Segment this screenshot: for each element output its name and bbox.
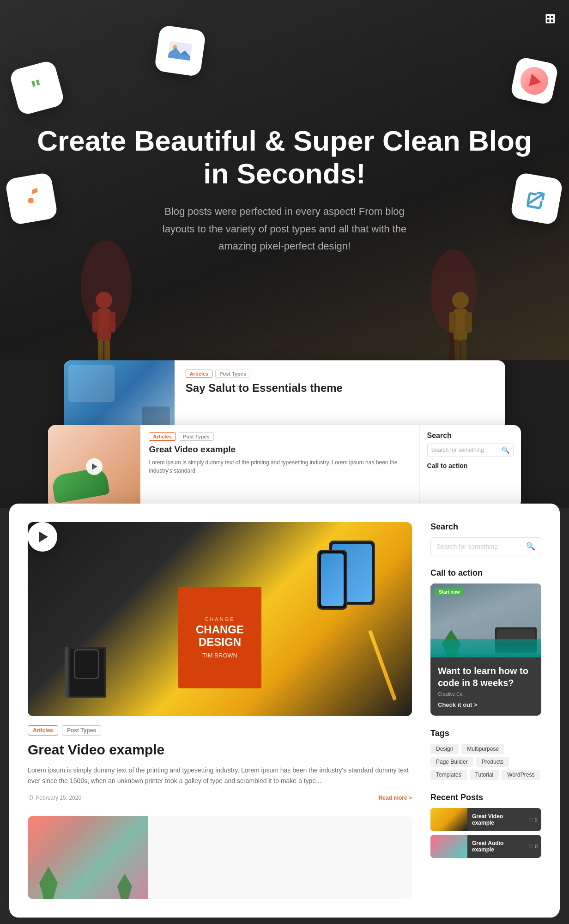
tag-products[interactable]: Products	[476, 757, 509, 767]
article-title: Great Video example	[28, 741, 412, 759]
phone-screen	[321, 553, 344, 606]
card-back-title: Say Salut to Essentials theme	[186, 382, 494, 395]
cta-widget: Start now Want to learn how to code in 8…	[430, 584, 541, 716]
hero-logo: ⊞	[545, 11, 555, 26]
sidebar-cta-title: Call to action	[430, 568, 541, 578]
phone-device	[317, 550, 347, 610]
mid-search-placeholder: Search for something	[431, 447, 502, 453]
recent-post-1-image	[430, 808, 467, 831]
svg-rect-7	[97, 309, 111, 341]
play-button[interactable]	[28, 522, 57, 552]
tag-design[interactable]: Design	[430, 744, 459, 754]
article-meta: ⏱ February 15, 2020 Read more >	[28, 794, 412, 801]
hero-subtitle: Blog posts were perfected in every aspec…	[155, 203, 414, 255]
card-mid-image	[48, 425, 140, 508]
cta-headline: Want to learn how to code in 8 weeks?	[438, 665, 534, 689]
main-layout: CHANGE CHANGE DESIGN TIM BROWN Articles …	[28, 522, 541, 899]
main-content: CHANGE CHANGE DESIGN TIM BROWN Articles …	[28, 522, 412, 899]
clock-icon: ⏱	[28, 794, 34, 801]
read-more-link[interactable]: Read more >	[379, 795, 412, 801]
heart-icon-1: ♡	[529, 817, 533, 823]
svg-rect-8	[92, 312, 99, 333]
sidebar: Search Search for something 🔍 Call to ac…	[430, 522, 541, 899]
sidebar-cta-section: Call to action Start now Wan	[430, 568, 541, 716]
recent-post-1-likes: ♡ 2	[529, 817, 541, 823]
tag-articles[interactable]: Articles	[28, 725, 58, 736]
mid-search-box: Search for something 🔍	[427, 444, 514, 456]
article-excerpt: Lorem ipsum is simply dummy text of the …	[28, 765, 412, 787]
sidebar-tags-title: Tags	[430, 729, 541, 738]
recent-post-2[interactable]: Great Audio example ♡ 0	[430, 835, 541, 858]
sidebar-search-title: Search	[430, 522, 541, 532]
book-title: CHANGE DESIGN	[186, 624, 254, 648]
hero-title: Create Beautiful & Super Clean Blog in S…	[37, 124, 532, 190]
svg-rect-14	[449, 312, 456, 333]
mid-search-label: Search	[427, 432, 514, 440]
cta-brand: Creative Co.	[438, 692, 534, 697]
svg-point-4	[430, 249, 477, 333]
tag-tutorial[interactable]: Tutorial	[470, 770, 499, 780]
tag-pagebuilder[interactable]: Page Builder	[430, 757, 473, 767]
preview-section: Articles Post Types Say Salut to Essenti…	[0, 360, 569, 508]
mid-search-icon: 🔍	[502, 446, 509, 454]
play-triangle	[39, 531, 48, 542]
recent-post-2-image	[430, 835, 467, 858]
article-date-text: February 15, 2020	[36, 795, 81, 801]
heart-icon-2: ♡	[529, 844, 533, 850]
cta-link[interactable]: Check it out >	[438, 701, 534, 708]
cta-start-now-badge: Start now	[435, 588, 464, 596]
tag-articles-back: Articles	[186, 370, 212, 378]
card-back-image	[64, 360, 175, 434]
tree-right	[421, 240, 486, 379]
tag-posttypes-mid: Post Types	[179, 432, 214, 441]
image-icon-card	[154, 25, 206, 77]
book-tag: CHANGE	[205, 616, 235, 622]
tag-posttypes-back: Post Types	[215, 370, 250, 378]
sidebar-recent-section: Recent Posts Great Video example ♡ 2 Gre…	[430, 793, 541, 858]
recent-post-2-like-count: 0	[535, 844, 538, 849]
recent-post-2-title: Great Audio example	[467, 840, 529, 853]
design-book: CHANGE CHANGE DESIGN TIM BROWN	[178, 587, 261, 688]
next-article-image	[28, 816, 148, 899]
sidebar-search-section: Search Search for something 🔍	[430, 522, 541, 555]
tags-cloud: Design Multipurpose Page Builder Product…	[430, 744, 541, 780]
book-subtitle: TIM BROWN	[202, 652, 237, 659]
svg-point-2	[81, 240, 132, 333]
svg-point-12	[452, 292, 469, 309]
recent-post-2-likes: ♡ 0	[529, 844, 541, 850]
card-back-tags: Articles Post Types	[186, 370, 494, 378]
sidebar-recent-title: Recent Posts	[430, 793, 541, 802]
hero-section: ⊞ "	[0, 0, 569, 379]
tag-multipurpose[interactable]: Multipurpose	[461, 744, 504, 754]
preview-card-mid: Articles Post Types Great Video example …	[48, 425, 521, 508]
sidebar-search-box[interactable]: Search for something 🔍	[430, 537, 541, 555]
image-icon	[165, 36, 194, 65]
tag-templates[interactable]: Templates	[430, 770, 467, 780]
svg-rect-13	[454, 309, 467, 341]
recent-post-1[interactable]: Great Video example ♡ 2	[430, 808, 541, 831]
tag-wordpress[interactable]: WordPress	[502, 770, 540, 780]
svg-rect-15	[465, 312, 472, 333]
card-back-content: Articles Post Types Say Salut to Essenti…	[175, 360, 505, 434]
card-mid-content: Articles Post Types Great Video example …	[140, 425, 419, 508]
play-icon-card	[510, 56, 559, 106]
card-mid-sidebar: Search Search for something 🔍 Call to ac…	[419, 425, 521, 508]
next-article-preview	[28, 816, 412, 899]
quote-icon-card: "	[9, 60, 65, 116]
next-article-inner	[28, 816, 412, 899]
card-mid-excerpt: Lorem ipsum is simply dummy text of the …	[149, 458, 411, 475]
tag-posttypes[interactable]: Post Types	[62, 725, 101, 736]
tree-left	[74, 231, 139, 379]
mid-cta-label: Call to action	[427, 462, 514, 469]
preview-card-back: Articles Post Types Say Salut to Essenti…	[64, 360, 505, 434]
search-placeholder-text: Search for something	[436, 543, 526, 550]
svg-rect-9	[109, 312, 115, 333]
article-date: ⏱ February 15, 2020	[28, 794, 81, 801]
article-card: CHANGE CHANGE DESIGN TIM BROWN Articles …	[28, 522, 412, 801]
sidebar-tags-section: Tags Design Multipurpose Page Builder Pr…	[430, 729, 541, 780]
main-section: CHANGE CHANGE DESIGN TIM BROWN Articles …	[9, 504, 560, 918]
article-tags: Articles Post Types	[28, 725, 412, 736]
card-mid-title: Great Video example	[149, 444, 411, 455]
search-icon-button[interactable]: 🔍	[526, 542, 535, 551]
smartwatch-device	[74, 649, 99, 679]
